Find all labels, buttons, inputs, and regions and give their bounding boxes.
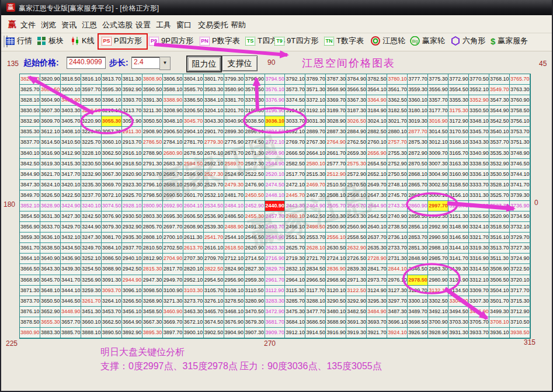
grid-cell: 3854.50: [20, 211, 40, 222]
grid-cell: 3931.30: [448, 328, 469, 338]
grid-cell: 3369.70: [326, 95, 346, 106]
grid-cell: 2894.50: [265, 127, 286, 137]
toolbar-9t-square[interactable]: T99T四方形: [274, 36, 318, 48]
grid-cell: 3643.30: [40, 264, 61, 275]
grid-cell: 3516.10: [489, 233, 510, 243]
grid-cell: 3283.30: [265, 296, 286, 307]
grid-cell: 2527.30: [204, 169, 224, 180]
grid-cell: 3021.70: [387, 116, 408, 127]
grid-cell: 3494.50: [448, 307, 469, 317]
grid-cell: 3744.10: [510, 169, 530, 180]
start-price-input[interactable]: 2440.9099: [67, 57, 106, 69]
menu-tools[interactable]: 工具: [156, 20, 171, 30]
grid-cell: 2714.50: [245, 254, 265, 264]
grid-cell: 3924.10: [387, 328, 408, 338]
toolbar-blocks[interactable]: 板块: [37, 36, 64, 48]
grid-cell: 2721.70: [305, 254, 326, 264]
grid-cell: 2510.50: [326, 180, 346, 190]
grid-cell: 2805.70: [142, 222, 163, 233]
grid-cell: 3302.50: [428, 296, 448, 307]
toolbar-p-table[interactable]: PNP数字表: [200, 36, 240, 48]
grid-cell: 2493.70: [265, 222, 286, 233]
menu-browse[interactable]: 浏览: [41, 20, 56, 30]
grid-cell: 2983.30: [428, 264, 448, 275]
grid-cell: 3492.10: [428, 307, 448, 317]
grid-cell: 2515.30: [305, 169, 326, 180]
grid-cell: 3892.90: [122, 328, 142, 338]
step-dropdown-arrow-icon[interactable]: ▼: [159, 57, 171, 70]
toolbar-gann-wheel[interactable]: 江恩轮: [371, 36, 405, 48]
menu-gann[interactable]: 江恩: [82, 20, 97, 30]
menu-file[interactable]: 文件: [20, 20, 36, 30]
grid-cell: 3736.90: [510, 201, 530, 211]
grid-cell: 2990.50: [428, 233, 448, 243]
grid-cell: 3278.50: [224, 296, 245, 307]
grid-cell: 2685.70: [163, 169, 183, 180]
grid-cell: 3475.30: [285, 307, 305, 317]
grid-cell: 3888.10: [81, 328, 102, 338]
grid-cell: 3765.70: [510, 74, 530, 85]
toolbar-hexagon[interactable]: 六角形: [451, 36, 485, 48]
grid-cell: 3895.30: [142, 328, 163, 338]
grid-cell: 3775.30: [428, 74, 448, 85]
grid-cell: 3350.50: [469, 106, 489, 116]
toolbar-p-square[interactable]: PSP四方形: [102, 36, 142, 48]
grid-cell: 3880.90: [20, 328, 40, 338]
grid-cell: 2887.30: [326, 127, 346, 137]
grid-cell: 3484.90: [367, 307, 387, 317]
grid-cell: 3060.10: [102, 137, 122, 148]
menu-window[interactable]: 窗口: [176, 20, 192, 30]
menu-logo-icon: 赢: [8, 19, 16, 30]
menu-help[interactable]: 帮助: [231, 20, 246, 30]
grid-cell: 2690.50: [163, 190, 183, 201]
grid-cell: 3148.90: [448, 222, 469, 233]
toolbar-t-table[interactable]: TNT数字表: [324, 36, 364, 48]
toolbar-winner-service[interactable]: $赢家服务: [491, 36, 528, 48]
grid-cell: 2589.70: [224, 159, 245, 169]
grid-cell: 2899.30: [224, 127, 245, 137]
grid-cell: 3036.10: [265, 116, 286, 127]
grid-cell: 2848.90: [408, 254, 428, 264]
grid-cell: 2803.30: [142, 211, 163, 222]
grid-cell: 3496.90: [469, 307, 489, 317]
toolbar-9p-square[interactable]: P99P四方形: [149, 36, 193, 48]
grid-cell: 3700.90: [428, 317, 448, 328]
grid-cell: 3182.50: [387, 106, 408, 116]
grid-cell: 3453.70: [102, 307, 122, 317]
grid-cell: 3175.30: [448, 106, 469, 116]
support-button[interactable]: 支撑位: [222, 55, 258, 71]
toolbar-market[interactable]: 行情: [6, 36, 32, 48]
menu-news[interactable]: 资讯: [61, 20, 76, 30]
grid-cell: 3297.70: [387, 296, 408, 307]
grid-cell: 3933.70: [469, 328, 489, 338]
menu-settings[interactable]: 设置: [135, 20, 151, 30]
grid-cell: 2443.30: [285, 201, 305, 211]
toolbar-kline[interactable]: K线: [71, 36, 95, 48]
grid-cell: 2820.10: [183, 264, 204, 275]
grid-cell: 2611.30: [183, 233, 204, 243]
grid-cell: 3787.30: [326, 74, 346, 85]
grid-cell: 3441.70: [61, 275, 81, 286]
grid-cell: 3921.70: [367, 328, 387, 338]
grid-cell: 3756.10: [510, 116, 530, 127]
toolbar-winner-wheel[interactable]: Big赢家轮: [410, 36, 445, 48]
step-select[interactable]: 2.4: [131, 57, 162, 69]
grid-cell: 2995.30: [428, 211, 448, 222]
grid-cell: 2671.30: [245, 148, 265, 159]
grid-cell: 2923.30: [122, 180, 142, 190]
grid-cell: 2947.30: [142, 275, 163, 286]
grid-cell: 3434.50: [61, 243, 81, 254]
grid-cell: 3463.30: [183, 307, 204, 317]
grid-cell: 2688.10: [163, 180, 183, 190]
grid-cell: 2822.50: [204, 264, 224, 275]
step-label: 步长:: [109, 58, 128, 68]
menu-formula[interactable]: 公式选股: [102, 20, 133, 30]
grid-cell: 2865.70: [408, 180, 428, 190]
resistance-button[interactable]: 阻力位: [186, 55, 222, 72]
grid-cell: 2997.70: [428, 201, 448, 211]
grid-cell: 3228.10: [81, 148, 102, 159]
grid-cell: 2560.90: [346, 222, 367, 233]
grid-cell: 3038.50: [245, 116, 265, 127]
menu-trade[interactable]: 交易委托: [198, 20, 228, 30]
grid-cell: 3230.50: [81, 159, 102, 169]
